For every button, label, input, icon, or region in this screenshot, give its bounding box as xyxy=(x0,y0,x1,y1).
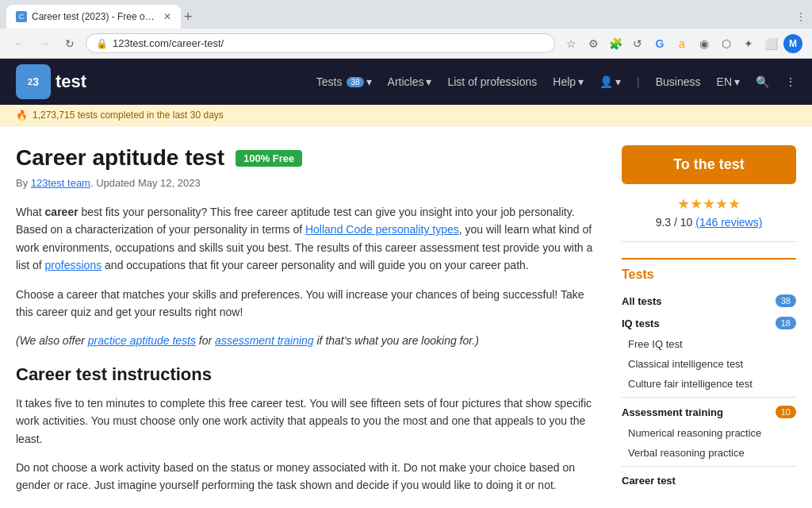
extensions-icon[interactable]: 🧩 xyxy=(606,34,625,53)
assessment-count: 10 xyxy=(776,406,796,418)
nav-articles[interactable]: Articles ▾ xyxy=(388,75,432,88)
user-avatar[interactable]: M xyxy=(783,34,802,53)
back-button[interactable]: ← xyxy=(10,34,29,53)
page-title-row: Career aptitude test 100% Free xyxy=(16,145,603,171)
italic-paragraph: (We also offer practice aptitude tests f… xyxy=(16,332,603,349)
career-bold: career xyxy=(45,206,79,218)
tab-overflow-button[interactable]: ⋮ xyxy=(796,11,806,22)
browser-chrome: C Career test (2023) - Free onli... ✕ + … xyxy=(0,0,812,59)
tests-section: Tests All tests 38 IQ tests 18 Free IQ t… xyxy=(622,258,796,491)
all-tests-label: All tests xyxy=(622,295,662,307)
tests-heading: Tests xyxy=(622,267,796,282)
address-bar: ← → ↻ 🔒 123test.com/career-test/ ☆ ⚙ 🧩 ↺… xyxy=(0,29,812,58)
url-text: 123test.com/career-test/ xyxy=(113,37,545,49)
nav-help[interactable]: Help ▾ xyxy=(553,75,584,88)
nav-language[interactable]: EN ▾ xyxy=(717,75,740,88)
tab-bar: C Career test (2023) - Free onli... ✕ + … xyxy=(0,0,812,29)
right-sidebar: To the test ★★★★★ 9.3 / 10 (146 reviews)… xyxy=(622,145,796,508)
stats-icon: 🔥 xyxy=(16,110,28,121)
stats-bar: 🔥 1,273,715 tests completed in the last … xyxy=(0,105,812,126)
section-divider-2 xyxy=(622,466,796,467)
toolbar-icons: ☆ ⚙ 🧩 ↺ G a ◉ ⬡ ✦ ⬜ M xyxy=(561,34,802,53)
tests-badge: 38 xyxy=(347,77,363,87)
section-divider-1 xyxy=(622,397,796,398)
tab-favicon: C xyxy=(16,11,27,22)
reviews-link[interactable]: (146 reviews) xyxy=(695,216,762,229)
site-navigation: 23 test Tests 38 ▾ Articles ▾ List of pr… xyxy=(0,59,812,105)
cta-button[interactable]: To the test xyxy=(622,145,796,184)
rating-section: ★★★★★ 9.3 / 10 (146 reviews) xyxy=(622,195,796,242)
tests-dropdown-icon: ▾ xyxy=(366,75,372,88)
user-dropdown-icon: ▾ xyxy=(615,75,621,88)
rating-text: 9.3 / 10 (146 reviews) xyxy=(622,216,796,229)
reload-button[interactable]: ↻ xyxy=(60,34,79,53)
sidebar-item-classical[interactable]: Classical intelligence test xyxy=(622,354,796,374)
stars: ★★★★★ xyxy=(622,195,796,213)
sidebar-item-assessment-training[interactable]: Assessment training 10 xyxy=(622,401,796,423)
nav-user[interactable]: 👤 ▾ xyxy=(599,75,621,88)
nav-items: Tests 38 ▾ Articles ▾ List of profession… xyxy=(316,75,796,88)
language-dropdown-icon: ▾ xyxy=(734,75,740,88)
nav-business[interactable]: Business xyxy=(656,75,701,88)
logo-icon: 23 xyxy=(16,64,51,99)
instructions-paragraph-2: Do not choose a work activity based on t… xyxy=(16,459,603,495)
main-content: Career aptitude test 100% Free By 123tes… xyxy=(0,126,812,508)
window-icon[interactable]: ⬜ xyxy=(761,34,780,53)
nav-more[interactable]: ⋮ xyxy=(785,75,796,88)
nav-search[interactable]: 🔍 xyxy=(756,75,769,88)
sidebar-item-numerical[interactable]: Numerical reasoning practice xyxy=(622,423,796,443)
user-icon: 👤 xyxy=(599,75,613,88)
tab-close-button[interactable]: ✕ xyxy=(163,11,171,22)
practice-aptitude-link[interactable]: practice aptitude tests xyxy=(88,334,196,347)
url-bar[interactable]: 🔒 123test.com/career-test/ xyxy=(86,33,555,53)
assessment-training-link[interactable]: assessment training xyxy=(215,334,314,347)
lock-icon: 🔒 xyxy=(96,38,108,49)
assessment-training-label: Assessment training xyxy=(622,406,723,418)
extra-icon-3[interactable]: ✦ xyxy=(739,34,758,53)
refresh-icon[interactable]: ↺ xyxy=(628,34,647,53)
sidebar-item-culture-fair[interactable]: Culture fair intelligence test xyxy=(622,374,796,394)
nav-professions[interactable]: List of professions xyxy=(447,75,537,88)
author-link[interactable]: 123test team xyxy=(31,177,90,189)
active-tab[interactable]: C Career test (2023) - Free onli... ✕ xyxy=(6,5,181,29)
iq-tests-count: 18 xyxy=(776,317,796,329)
new-tab-button[interactable]: + xyxy=(184,10,193,24)
free-badge: 100% Free xyxy=(236,150,302,167)
stats-text: 1,273,715 tests completed in the last 30… xyxy=(33,110,224,121)
sidebar-item-iq-tests[interactable]: IQ tests 18 xyxy=(622,312,796,334)
tab-title: Career test (2023) - Free onli... xyxy=(32,11,159,22)
intro-paragraph-1: What career best fits your personality? … xyxy=(16,203,603,275)
sidebar-item-verbal[interactable]: Verbal reasoning practice xyxy=(622,443,796,463)
logo-text: test xyxy=(56,71,86,92)
nav-tests[interactable]: Tests 38 ▾ xyxy=(316,75,372,88)
extra-icon-2[interactable]: ⬡ xyxy=(717,34,736,53)
amazon-icon[interactable]: a xyxy=(672,34,691,53)
site-logo[interactable]: 23 test xyxy=(16,64,86,99)
holland-code-link[interactable]: Holland Code personality types xyxy=(305,223,459,236)
iq-tests-label: IQ tests xyxy=(622,318,660,329)
page-title: Career aptitude test xyxy=(16,145,224,171)
instructions-paragraph-1: It takes five to ten minutes to complete… xyxy=(16,394,603,448)
intro-paragraph-2: Choose a career that matches your skills… xyxy=(16,286,603,321)
bookmark-icon[interactable]: ☆ xyxy=(561,34,580,53)
instructions-title: Career test instructions xyxy=(16,364,603,385)
all-tests-count: 38 xyxy=(776,294,796,307)
author-line: By 123test team. Updated May 12, 2023 xyxy=(16,177,603,189)
content-left: Career aptitude test 100% Free By 123tes… xyxy=(16,145,603,508)
help-dropdown-icon: ▾ xyxy=(578,75,584,88)
nav-divider: | xyxy=(637,75,640,88)
extra-icon-1[interactable]: ◉ xyxy=(695,34,714,53)
sidebar-item-free-iq[interactable]: Free IQ test xyxy=(622,334,796,354)
career-test-label: Career test xyxy=(622,475,676,487)
professions-link[interactable]: professions xyxy=(45,259,102,271)
sidebar-item-career-test[interactable]: Career test xyxy=(622,470,796,491)
settings-icon[interactable]: ⚙ xyxy=(584,34,603,53)
google-icon[interactable]: G xyxy=(650,34,669,53)
articles-dropdown-icon: ▾ xyxy=(426,75,431,88)
forward-button[interactable]: → xyxy=(35,34,54,53)
sidebar-item-all-tests[interactable]: All tests 38 xyxy=(622,290,796,312)
